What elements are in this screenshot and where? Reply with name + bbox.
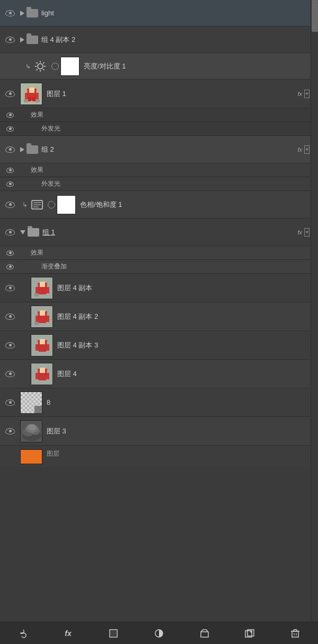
layer-name: 图层 <box>47 449 310 458</box>
layer-row[interactable]: 组 2 fx <box>0 136 318 163</box>
svg-point-50 <box>28 424 36 430</box>
visibility-toggle[interactable] <box>0 10 20 16</box>
layer-thumbnail <box>20 420 42 442</box>
mask-thumbnail <box>57 195 76 214</box>
svg-line-6 <box>43 69 44 70</box>
eye-icon <box>6 168 14 173</box>
delete-button[interactable] <box>287 625 303 641</box>
visibility-toggle[interactable] <box>0 168 20 173</box>
layer-thumbnail <box>20 83 42 105</box>
layer-row[interactable]: 效果 <box>0 163 318 177</box>
layer-row[interactable]: 图层 4 副本 2 <box>0 302 318 331</box>
svg-rect-59 <box>292 631 298 637</box>
layer-row[interactable]: 效果 <box>0 108 318 122</box>
fx-label: fx <box>65 629 71 638</box>
layer-row[interactable]: 图层 4 <box>0 360 318 388</box>
visibility-toggle[interactable] <box>0 126 20 132</box>
fx-badge: fx <box>297 91 302 97</box>
layer-row[interactable]: 渐变叠加 <box>0 260 318 274</box>
svg-rect-14 <box>29 88 34 93</box>
brightness-icon <box>33 59 48 74</box>
collapse-triangle[interactable] <box>20 37 24 42</box>
visibility-toggle[interactable] <box>0 181 20 187</box>
visibility-toggle[interactable] <box>0 250 20 256</box>
visibility-toggle[interactable] <box>0 112 20 118</box>
layer-row[interactable]: 图层 1 fx <box>0 80 318 108</box>
collapse-triangle[interactable] <box>20 230 25 234</box>
layer-row[interactable]: 图层 <box>0 446 318 467</box>
svg-rect-44 <box>46 373 49 379</box>
visibility-toggle[interactable] <box>0 399 20 406</box>
visibility-toggle[interactable] <box>0 202 20 208</box>
layer-row[interactable]: 外发光 <box>0 177 318 191</box>
eye-icon <box>5 37 15 43</box>
visibility-toggle[interactable] <box>0 91 20 97</box>
layer-name: 图层 4 副本 <box>57 283 310 293</box>
visibility-toggle[interactable] <box>0 371 20 377</box>
scroll-indicator <box>304 228 310 237</box>
svg-line-7 <box>43 62 44 63</box>
visibility-toggle[interactable] <box>0 314 20 320</box>
link-button[interactable] <box>15 625 31 641</box>
collapse-triangle[interactable] <box>20 147 24 152</box>
svg-rect-16 <box>36 93 39 99</box>
visibility-toggle[interactable] <box>0 264 20 269</box>
layer-name: light <box>41 9 310 17</box>
fx-button[interactable]: fx <box>60 625 76 641</box>
layer-row[interactable]: 组 4 副本 2 <box>0 27 318 53</box>
svg-rect-18 <box>36 99 40 102</box>
layer-thumbnail <box>20 449 42 464</box>
mask-button[interactable] <box>105 625 121 641</box>
layer-row[interactable]: 外发光 <box>0 122 318 136</box>
visibility-toggle[interactable] <box>0 146 20 153</box>
svg-rect-31 <box>40 310 45 316</box>
layer-row[interactable]: 图层 3 <box>0 417 318 446</box>
collapse-triangle[interactable] <box>20 11 24 16</box>
svg-rect-13 <box>32 97 36 101</box>
svg-rect-37 <box>40 339 45 344</box>
visibility-toggle[interactable] <box>0 285 20 291</box>
svg-rect-32 <box>36 316 39 322</box>
layer-row[interactable]: ↳ 色相/饱和度 1 <box>0 191 318 219</box>
layer-row[interactable]: ↳ 亮度/对比度 <box>0 53 318 80</box>
eye-icon <box>5 146 15 153</box>
folder-icon <box>26 9 38 18</box>
new-layer-button[interactable] <box>242 625 258 641</box>
layer-row[interactable]: 图层 4 副本 3 <box>0 331 318 360</box>
eye-icon <box>5 91 15 97</box>
layer-row[interactable]: 8 <box>0 388 318 417</box>
layer-thumbnail <box>31 306 53 328</box>
svg-line-5 <box>37 62 38 63</box>
layer-name: 组 1 <box>42 228 295 237</box>
layer-row[interactable]: 组 1 fx <box>0 219 318 246</box>
visibility-toggle[interactable] <box>0 342 20 349</box>
chain-icon <box>51 63 59 70</box>
adjustment-button[interactable] <box>151 625 167 641</box>
svg-rect-12 <box>28 97 31 101</box>
folder-icon <box>28 228 39 237</box>
scrollbar[interactable] <box>311 0 318 622</box>
visibility-toggle[interactable] <box>0 229 20 236</box>
layers-list: light 组 4 副本 2 ↳ <box>0 0 318 622</box>
effects-label: 效果 <box>31 166 43 175</box>
folder-icon <box>26 145 38 154</box>
eye-icon <box>6 181 14 187</box>
new-group-button[interactable] <box>197 625 213 641</box>
svg-rect-28 <box>34 293 39 297</box>
visibility-toggle[interactable] <box>0 428 20 434</box>
eye-icon <box>5 202 15 208</box>
layer-name: 8 <box>47 398 310 406</box>
layer-row[interactable]: 效果 <box>0 246 318 260</box>
visibility-toggle[interactable] <box>0 37 20 43</box>
effect-name: 渐变叠加 <box>41 262 67 271</box>
layer-row[interactable]: light <box>0 0 318 27</box>
layer-name: 图层 4 <box>57 369 310 379</box>
layer-row[interactable]: 图层 4 副本 <box>0 274 318 302</box>
svg-rect-38 <box>36 344 39 351</box>
mask-thumbnail <box>60 57 80 76</box>
scrollbar-thumb[interactable] <box>312 0 318 32</box>
layer-name: 亮度/对比度 1 <box>84 62 310 71</box>
hue-icon <box>30 197 45 212</box>
layer-thumbnail <box>31 363 53 385</box>
clip-icon: ↳ <box>25 63 31 70</box>
